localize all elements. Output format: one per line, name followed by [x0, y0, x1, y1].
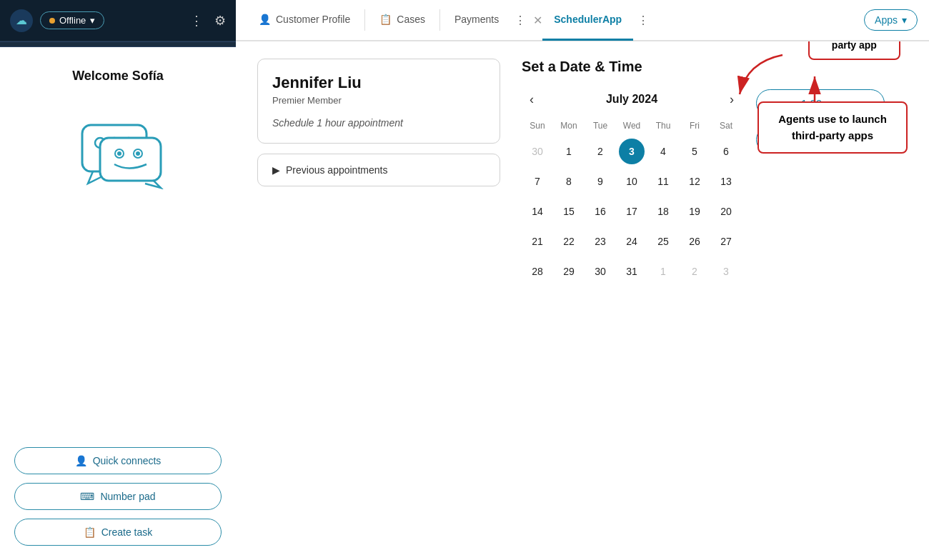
tab-scheduler-label: SchedulerApp [554, 14, 622, 25]
calendar-day[interactable]: 29 [556, 259, 582, 284]
calendar-day[interactable]: 21 [525, 229, 550, 254]
customer-note: Schedule 1 hour appointment [272, 117, 485, 129]
tab-separator-2 [439, 9, 440, 31]
calendar-day[interactable]: 14 [525, 199, 550, 224]
svg-rect-6 [100, 138, 161, 181]
quick-connects-icon: 👤 [75, 455, 87, 466]
tab-close-icon[interactable]: ✕ [533, 14, 542, 27]
calendar-day[interactable]: 18 [650, 199, 676, 224]
scheduler-tab-more-icon[interactable]: ⋮ [633, 11, 653, 30]
calendar-day[interactable]: 17 [619, 199, 645, 224]
calendar-day[interactable]: 19 [682, 199, 707, 224]
create-task-button[interactable]: 📋 Create task [14, 519, 222, 546]
calendar-day-name: Thu [647, 118, 679, 136]
number-pad-icon: ⌨ [80, 491, 94, 502]
calendar-day[interactable]: 24 [619, 229, 645, 254]
annotation-third-party-app-text: Example third-party app [820, 41, 889, 51]
customer-name: Jennifer Liu [272, 74, 485, 92]
calendar-day[interactable]: 3 [713, 259, 739, 284]
cases-icon: 📋 [379, 14, 392, 25]
chat-illustration [61, 104, 175, 192]
calendar-day[interactable]: 26 [682, 229, 707, 254]
calendar-month: July 2024 [606, 93, 657, 106]
prev-appointments-label: Previous appointments [286, 164, 387, 176]
customer-card: Jennifer Liu Premier Member Schedule 1 h… [257, 59, 500, 144]
calendar-day[interactable]: 30 [525, 139, 550, 164]
annotation-third-party-app: Example third-party app [808, 41, 900, 60]
calendar-day[interactable]: 1 [650, 259, 676, 284]
annotation-agents-use-text: Agents use to launchthird-party apps [778, 113, 887, 141]
calendar-day[interactable]: 22 [556, 229, 582, 254]
arrow-to-tab [732, 48, 790, 105]
tabs-end: Apps ▾ [864, 9, 918, 31]
tab-scheduler-app[interactable]: SchedulerApp [542, 0, 633, 41]
calendar-day[interactable]: 20 [713, 199, 739, 224]
tab-customer-profile-label: Customer Profile [276, 14, 350, 25]
calendar-day[interactable]: 27 [713, 229, 739, 254]
calendar-day[interactable]: 4 [650, 139, 676, 164]
apps-chevron-icon: ▾ [902, 14, 907, 26]
calendar-day[interactable]: 2 [587, 139, 613, 164]
calendar-day[interactable]: 1 [556, 139, 582, 164]
tab-cases-label: Cases [397, 14, 425, 25]
calendar-day[interactable]: 30 [587, 259, 613, 284]
calendar-day[interactable]: 31 [619, 259, 645, 284]
header-icons: ⋮ ⚙ [190, 13, 226, 29]
more-options-icon[interactable]: ⋮ [190, 13, 203, 29]
calendar-day-name: Tue [585, 118, 616, 136]
tab-payments-label: Payments [454, 14, 499, 25]
calendar-day[interactable]: 16 [587, 199, 613, 224]
customer-profile-icon: 👤 [259, 14, 271, 25]
sidebar-buttons: 👤 Quick connects ⌨ Number pad 📋 Create t… [14, 447, 222, 546]
welcome-title: Welcome Sofía [72, 69, 164, 84]
create-task-label: Create task [101, 526, 153, 538]
calendar-day[interactable]: 28 [525, 259, 550, 284]
calendar-day[interactable]: 3 [619, 139, 645, 164]
tab-cases[interactable]: 📋 Cases [368, 0, 437, 41]
tab-customer-profile[interactable]: 👤 Customer Profile [247, 0, 362, 41]
calendar-day[interactable]: 8 [556, 169, 582, 194]
calendar-day[interactable]: 23 [587, 229, 613, 254]
sidebar: ☁ Offline ▾ ⋮ ⚙ Welcome Sofía [0, 0, 236, 560]
status-dot [49, 18, 55, 24]
create-task-icon: 📋 [84, 526, 96, 538]
sidebar-header: ☁ Offline ▾ ⋮ ⚙ [0, 0, 236, 41]
prev-appointments[interactable]: ▶ Previous appointments [257, 154, 500, 186]
annotation-agents-use: Agents use to launchthird-party apps [757, 101, 908, 154]
sidebar-content: Welcome Sofía [0, 47, 236, 560]
svg-point-10 [136, 151, 140, 156]
calendar-day[interactable]: 9 [587, 169, 613, 194]
customer-tier: Premier Member [272, 95, 485, 106]
calendar-day-name: Mon [553, 118, 585, 136]
scheduler-section: Set a Date & Time ‹ July 2024 › SunMonTu… [522, 59, 908, 543]
calendar-day[interactable]: 11 [650, 169, 676, 194]
number-pad-button[interactable]: ⌨ Number pad [14, 483, 222, 510]
tab-separator-1 [364, 9, 365, 31]
quick-connects-button[interactable]: 👤 Quick connects [14, 447, 222, 474]
annotations-overlay: Example third-party app Agents use to la… [693, 59, 908, 201]
calendar-day[interactable]: 2 [682, 259, 707, 284]
apps-label: Apps [875, 14, 898, 26]
main-body: Jennifer Liu Premier Member Schedule 1 h… [236, 41, 929, 560]
calendar-day[interactable]: 7 [525, 169, 550, 194]
number-pad-label: Number pad [100, 491, 155, 502]
status-button[interactable]: Offline ▾ [40, 11, 104, 29]
status-label: Offline [59, 15, 86, 26]
prev-appointments-arrow: ▶ [272, 164, 280, 176]
calendar-day-name: Wed [616, 118, 647, 136]
calendar-day[interactable]: 10 [619, 169, 645, 194]
calendar-day[interactable]: 15 [556, 199, 582, 224]
tabs-more-icon[interactable]: ⋮ [510, 11, 530, 30]
logo-icon: ☁ [10, 9, 33, 32]
settings-icon[interactable]: ⚙ [214, 13, 226, 29]
tab-payments[interactable]: Payments [443, 0, 510, 41]
calendar-day-name: Sun [522, 118, 553, 136]
main-content: 👤 Customer Profile 📋 Cases Payments ⋮ ✕ … [236, 0, 929, 560]
tabs-bar: 👤 Customer Profile 📋 Cases Payments ⋮ ✕ … [236, 0, 929, 41]
calendar-day[interactable]: 25 [650, 229, 676, 254]
apps-button[interactable]: Apps ▾ [864, 9, 918, 31]
customer-section: Jennifer Liu Premier Member Schedule 1 h… [257, 59, 500, 543]
chevron-down-icon: ▾ [90, 15, 95, 26]
quick-connects-label: Quick connects [93, 455, 162, 466]
prev-month-button[interactable]: ‹ [522, 89, 542, 109]
